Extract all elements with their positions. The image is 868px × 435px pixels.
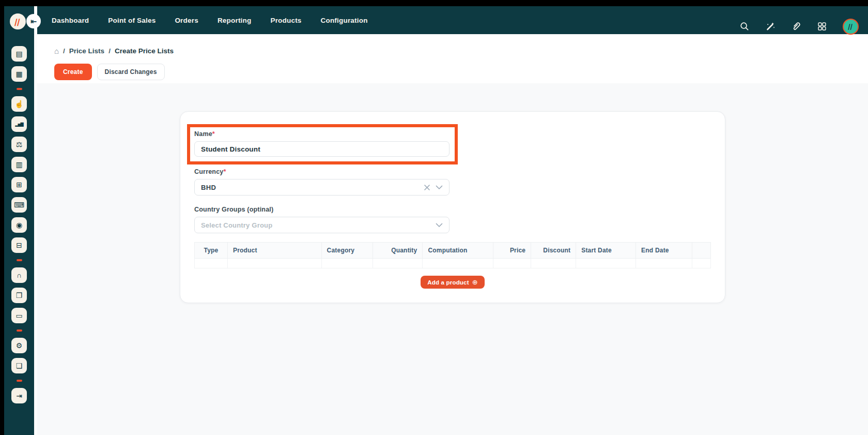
required-mark: * — [223, 168, 226, 175]
sidebar-product-boxes-icon[interactable]: ⊞ — [11, 177, 27, 192]
glyph: ▂▅▇ — [15, 122, 23, 127]
sidebar-divider — [17, 259, 22, 261]
sidebar-pos-terminal-icon[interactable]: ⌨ — [11, 197, 27, 213]
sidebar-training-screen-icon[interactable]: ▭ — [11, 308, 27, 323]
sidebar-calculator-icon[interactable]: ▦ — [11, 66, 27, 82]
window-left-edge — [0, 0, 4, 435]
col-end-date: End Date — [636, 243, 692, 259]
name-field-group: Name* — [194, 130, 450, 157]
sidebar-clipboard-calculator-icon[interactable]: ▥ — [11, 157, 27, 172]
country-select-icons — [436, 223, 443, 228]
nav-item-configuration[interactable]: Configuration — [321, 17, 368, 24]
glyph: ◉ — [16, 221, 22, 229]
magic-wand-icon[interactable] — [765, 21, 776, 32]
apps-grid-icon[interactable] — [817, 21, 827, 32]
glyph: ⊞ — [16, 181, 22, 189]
col-computation: Computation — [423, 243, 493, 259]
col-discount: Discount — [531, 243, 576, 259]
nav-item-products[interactable]: Products — [270, 17, 301, 24]
collapse-icon: ⇤ — [30, 17, 37, 25]
col-start-date: Start Date — [576, 243, 636, 259]
sidebar-divider — [17, 329, 22, 332]
sidebar-support-headset-icon[interactable]: ∩ — [11, 267, 27, 283]
currency-select-icons — [424, 184, 443, 191]
page: Dashboard Point of Sales Orders Reportin… — [0, 0, 868, 435]
discard-changes-button[interactable]: Discard Changes — [97, 64, 165, 80]
col-actions — [692, 243, 710, 259]
create-button[interactable]: Create — [54, 64, 92, 80]
app-logo[interactable]: || — [10, 13, 26, 29]
label-text: Currency — [194, 168, 223, 175]
glyph: ⊟ — [16, 241, 22, 249]
sidebar-separator — [34, 6, 37, 435]
sidebar-hr-clipboard-icon[interactable]: ❏ — [11, 358, 27, 373]
glyph: ❐ — [16, 291, 23, 299]
sidebar-items: ▤ ▦ ☝ ▂▅▇ ⚖ ▥ ⊞ ⌨ ◉ ⊟ ∩ ❐ ▭ ⚙ ❏ ⇥ — [4, 34, 34, 435]
glyph: ❏ — [16, 362, 23, 370]
top-navbar: Dashboard Point of Sales Orders Reportin… — [0, 6, 868, 34]
name-input[interactable] — [194, 141, 450, 157]
clear-icon[interactable] — [424, 184, 430, 191]
main-content: ⌂ / Price Lists / Create Price Lists Cre… — [37, 34, 868, 435]
glyph: ☝ — [14, 100, 23, 108]
add-product-button[interactable]: Add a product ⊕ — [421, 276, 485, 289]
required-mark: * — [212, 130, 215, 138]
search-icon[interactable] — [739, 21, 750, 32]
glyph: ▥ — [16, 160, 22, 169]
country-groups-label: Country Groups (optinal) — [194, 206, 725, 213]
glyph: ∩ — [17, 271, 22, 279]
sidebar-settings-gear-icon[interactable]: ⚙ — [11, 338, 27, 353]
sidebar-calendar-check-icon[interactable]: ⊟ — [11, 237, 27, 253]
nav-item-point-of-sales[interactable]: Point of Sales — [108, 17, 156, 24]
col-quantity: Quantity — [373, 243, 423, 259]
col-category: Category — [321, 243, 373, 259]
attachment-icon[interactable] — [791, 21, 801, 32]
logo-marks: || — [14, 17, 22, 26]
table-header-row: Type Product Category Quantity Computati… — [195, 243, 711, 259]
sidebar-divider — [17, 380, 22, 382]
user-avatar[interactable]: || — [843, 19, 859, 35]
country-groups-placeholder: Select Country Group — [201, 221, 436, 229]
currency-label: Currency* — [194, 168, 725, 175]
sidebar-scale-add-icon[interactable]: ⚖ — [11, 137, 27, 152]
price-list-form-card: Name* Currency* BHD Countr — [180, 111, 725, 303]
main-nav: Dashboard Point of Sales Orders Reportin… — [52, 17, 368, 24]
col-type: Type — [195, 243, 228, 259]
window-top-bar — [0, 0, 868, 6]
empty-table-row — [195, 259, 711, 268]
glyph: ▤ — [16, 50, 22, 58]
currency-value: BHD — [201, 184, 424, 191]
sidebar-documents-folder-icon[interactable]: ❐ — [11, 288, 27, 303]
glyph: ▦ — [16, 70, 22, 78]
sidebar-menu-board-icon[interactable]: ▤ — [11, 46, 27, 62]
sidebar-logout-icon[interactable]: ⇥ — [11, 388, 27, 403]
col-product: Product — [227, 243, 321, 259]
glyph: ▭ — [16, 311, 22, 320]
sidebar-collapse-button[interactable]: ⇤ — [26, 14, 41, 28]
glyph: ⇥ — [16, 392, 22, 400]
avatar-logo-marks: || — [847, 23, 854, 30]
navbar-right: || — [739, 12, 859, 40]
home-icon[interactable]: ⌂ — [54, 47, 59, 55]
col-price: Price — [493, 243, 531, 259]
sidebar-customer-search-icon[interactable]: ◉ — [11, 217, 27, 233]
chevron-down-icon[interactable] — [436, 185, 443, 190]
nav-item-reporting[interactable]: Reporting — [218, 17, 252, 24]
plus-circle-icon: ⊕ — [472, 279, 478, 286]
country-groups-select[interactable]: Select Country Group — [194, 217, 450, 233]
add-product-row: Add a product ⊕ — [194, 276, 711, 289]
price-rules-table: Type Product Category Quantity Computati… — [194, 242, 711, 268]
breadcrumb-current: Create Price Lists — [115, 47, 174, 55]
name-label: Name* — [194, 130, 450, 138]
sidebar-hand-serving-icon[interactable]: ☝ — [11, 96, 27, 112]
nav-item-orders[interactable]: Orders — [175, 17, 198, 24]
breadcrumb-separator: / — [63, 47, 65, 55]
sidebar-divider — [17, 88, 22, 90]
sidebar-sales-chart-icon[interactable]: ▂▅▇ — [11, 116, 27, 132]
label-text: Name — [194, 130, 212, 138]
nav-item-dashboard[interactable]: Dashboard — [52, 17, 89, 24]
chevron-down-icon[interactable] — [436, 223, 443, 228]
breadcrumb-price-lists[interactable]: Price Lists — [69, 47, 104, 55]
breadcrumb: ⌂ / Price Lists / Create Price Lists — [54, 47, 174, 55]
currency-select[interactable]: BHD — [194, 179, 450, 196]
